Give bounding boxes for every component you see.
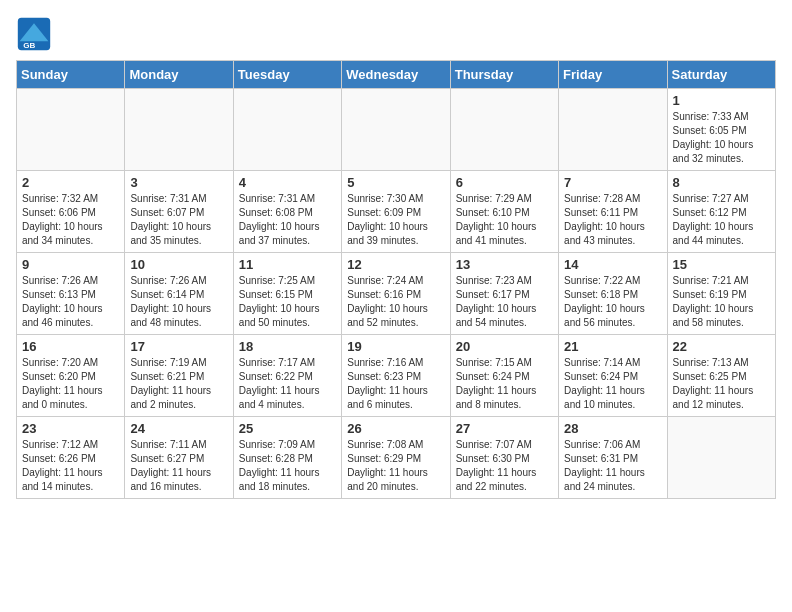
weekday-header-row: SundayMondayTuesdayWednesdayThursdayFrid… (17, 61, 776, 89)
day-number: 5 (347, 175, 444, 190)
calendar-cell: 5Sunrise: 7:30 AM Sunset: 6:09 PM Daylig… (342, 171, 450, 253)
day-number: 24 (130, 421, 227, 436)
day-info: Sunrise: 7:08 AM Sunset: 6:29 PM Dayligh… (347, 438, 444, 494)
day-number: 25 (239, 421, 336, 436)
day-info: Sunrise: 7:30 AM Sunset: 6:09 PM Dayligh… (347, 192, 444, 248)
calendar-cell: 18Sunrise: 7:17 AM Sunset: 6:22 PM Dayli… (233, 335, 341, 417)
calendar-cell: 23Sunrise: 7:12 AM Sunset: 6:26 PM Dayli… (17, 417, 125, 499)
weekday-header-wednesday: Wednesday (342, 61, 450, 89)
calendar-cell: 13Sunrise: 7:23 AM Sunset: 6:17 PM Dayli… (450, 253, 558, 335)
svg-text:GB: GB (23, 41, 35, 50)
day-info: Sunrise: 7:31 AM Sunset: 6:07 PM Dayligh… (130, 192, 227, 248)
weekday-header-sunday: Sunday (17, 61, 125, 89)
calendar-cell: 16Sunrise: 7:20 AM Sunset: 6:20 PM Dayli… (17, 335, 125, 417)
week-row-2: 2Sunrise: 7:32 AM Sunset: 6:06 PM Daylig… (17, 171, 776, 253)
day-info: Sunrise: 7:29 AM Sunset: 6:10 PM Dayligh… (456, 192, 553, 248)
day-number: 1 (673, 93, 770, 108)
day-number: 9 (22, 257, 119, 272)
day-info: Sunrise: 7:11 AM Sunset: 6:27 PM Dayligh… (130, 438, 227, 494)
day-info: Sunrise: 7:15 AM Sunset: 6:24 PM Dayligh… (456, 356, 553, 412)
day-info: Sunrise: 7:28 AM Sunset: 6:11 PM Dayligh… (564, 192, 661, 248)
week-row-1: 1Sunrise: 7:33 AM Sunset: 6:05 PM Daylig… (17, 89, 776, 171)
day-number: 7 (564, 175, 661, 190)
day-number: 26 (347, 421, 444, 436)
calendar-cell: 19Sunrise: 7:16 AM Sunset: 6:23 PM Dayli… (342, 335, 450, 417)
day-number: 17 (130, 339, 227, 354)
calendar-cell: 24Sunrise: 7:11 AM Sunset: 6:27 PM Dayli… (125, 417, 233, 499)
day-number: 10 (130, 257, 227, 272)
day-info: Sunrise: 7:26 AM Sunset: 6:13 PM Dayligh… (22, 274, 119, 330)
weekday-header-saturday: Saturday (667, 61, 775, 89)
calendar-cell: 11Sunrise: 7:25 AM Sunset: 6:15 PM Dayli… (233, 253, 341, 335)
calendar-cell: 3Sunrise: 7:31 AM Sunset: 6:07 PM Daylig… (125, 171, 233, 253)
day-info: Sunrise: 7:13 AM Sunset: 6:25 PM Dayligh… (673, 356, 770, 412)
weekday-header-thursday: Thursday (450, 61, 558, 89)
day-info: Sunrise: 7:31 AM Sunset: 6:08 PM Dayligh… (239, 192, 336, 248)
calendar-cell: 26Sunrise: 7:08 AM Sunset: 6:29 PM Dayli… (342, 417, 450, 499)
day-info: Sunrise: 7:06 AM Sunset: 6:31 PM Dayligh… (564, 438, 661, 494)
calendar-cell (342, 89, 450, 171)
day-number: 2 (22, 175, 119, 190)
calendar-cell: 28Sunrise: 7:06 AM Sunset: 6:31 PM Dayli… (559, 417, 667, 499)
day-number: 13 (456, 257, 553, 272)
calendar-cell: 8Sunrise: 7:27 AM Sunset: 6:12 PM Daylig… (667, 171, 775, 253)
week-row-4: 16Sunrise: 7:20 AM Sunset: 6:20 PM Dayli… (17, 335, 776, 417)
day-info: Sunrise: 7:23 AM Sunset: 6:17 PM Dayligh… (456, 274, 553, 330)
day-info: Sunrise: 7:22 AM Sunset: 6:18 PM Dayligh… (564, 274, 661, 330)
day-info: Sunrise: 7:26 AM Sunset: 6:14 PM Dayligh… (130, 274, 227, 330)
day-info: Sunrise: 7:07 AM Sunset: 6:30 PM Dayligh… (456, 438, 553, 494)
calendar-cell (17, 89, 125, 171)
calendar-cell: 9Sunrise: 7:26 AM Sunset: 6:13 PM Daylig… (17, 253, 125, 335)
day-info: Sunrise: 7:33 AM Sunset: 6:05 PM Dayligh… (673, 110, 770, 166)
day-number: 4 (239, 175, 336, 190)
day-info: Sunrise: 7:14 AM Sunset: 6:24 PM Dayligh… (564, 356, 661, 412)
day-number: 28 (564, 421, 661, 436)
day-info: Sunrise: 7:16 AM Sunset: 6:23 PM Dayligh… (347, 356, 444, 412)
day-number: 27 (456, 421, 553, 436)
day-info: Sunrise: 7:09 AM Sunset: 6:28 PM Dayligh… (239, 438, 336, 494)
weekday-header-monday: Monday (125, 61, 233, 89)
calendar-cell: 22Sunrise: 7:13 AM Sunset: 6:25 PM Dayli… (667, 335, 775, 417)
day-number: 20 (456, 339, 553, 354)
day-number: 3 (130, 175, 227, 190)
day-number: 16 (22, 339, 119, 354)
calendar-cell (125, 89, 233, 171)
day-info: Sunrise: 7:32 AM Sunset: 6:06 PM Dayligh… (22, 192, 119, 248)
calendar-cell: 25Sunrise: 7:09 AM Sunset: 6:28 PM Dayli… (233, 417, 341, 499)
calendar-cell: 14Sunrise: 7:22 AM Sunset: 6:18 PM Dayli… (559, 253, 667, 335)
day-number: 11 (239, 257, 336, 272)
day-info: Sunrise: 7:27 AM Sunset: 6:12 PM Dayligh… (673, 192, 770, 248)
weekday-header-tuesday: Tuesday (233, 61, 341, 89)
day-number: 21 (564, 339, 661, 354)
day-number: 6 (456, 175, 553, 190)
day-info: Sunrise: 7:24 AM Sunset: 6:16 PM Dayligh… (347, 274, 444, 330)
calendar-cell (559, 89, 667, 171)
day-number: 12 (347, 257, 444, 272)
week-row-5: 23Sunrise: 7:12 AM Sunset: 6:26 PM Dayli… (17, 417, 776, 499)
calendar-cell: 20Sunrise: 7:15 AM Sunset: 6:24 PM Dayli… (450, 335, 558, 417)
day-info: Sunrise: 7:12 AM Sunset: 6:26 PM Dayligh… (22, 438, 119, 494)
day-info: Sunrise: 7:25 AM Sunset: 6:15 PM Dayligh… (239, 274, 336, 330)
calendar-cell (667, 417, 775, 499)
page-header: GB (16, 16, 776, 52)
weekday-header-friday: Friday (559, 61, 667, 89)
day-info: Sunrise: 7:20 AM Sunset: 6:20 PM Dayligh… (22, 356, 119, 412)
calendar-cell: 21Sunrise: 7:14 AM Sunset: 6:24 PM Dayli… (559, 335, 667, 417)
calendar-cell: 2Sunrise: 7:32 AM Sunset: 6:06 PM Daylig… (17, 171, 125, 253)
day-number: 15 (673, 257, 770, 272)
logo-icon: GB (16, 16, 52, 52)
calendar-cell (233, 89, 341, 171)
day-number: 22 (673, 339, 770, 354)
day-number: 19 (347, 339, 444, 354)
day-number: 14 (564, 257, 661, 272)
calendar-cell: 17Sunrise: 7:19 AM Sunset: 6:21 PM Dayli… (125, 335, 233, 417)
calendar-cell (450, 89, 558, 171)
day-number: 8 (673, 175, 770, 190)
calendar-cell: 7Sunrise: 7:28 AM Sunset: 6:11 PM Daylig… (559, 171, 667, 253)
calendar-cell: 4Sunrise: 7:31 AM Sunset: 6:08 PM Daylig… (233, 171, 341, 253)
calendar: SundayMondayTuesdayWednesdayThursdayFrid… (16, 60, 776, 499)
calendar-cell: 12Sunrise: 7:24 AM Sunset: 6:16 PM Dayli… (342, 253, 450, 335)
calendar-cell: 6Sunrise: 7:29 AM Sunset: 6:10 PM Daylig… (450, 171, 558, 253)
day-number: 23 (22, 421, 119, 436)
day-info: Sunrise: 7:21 AM Sunset: 6:19 PM Dayligh… (673, 274, 770, 330)
